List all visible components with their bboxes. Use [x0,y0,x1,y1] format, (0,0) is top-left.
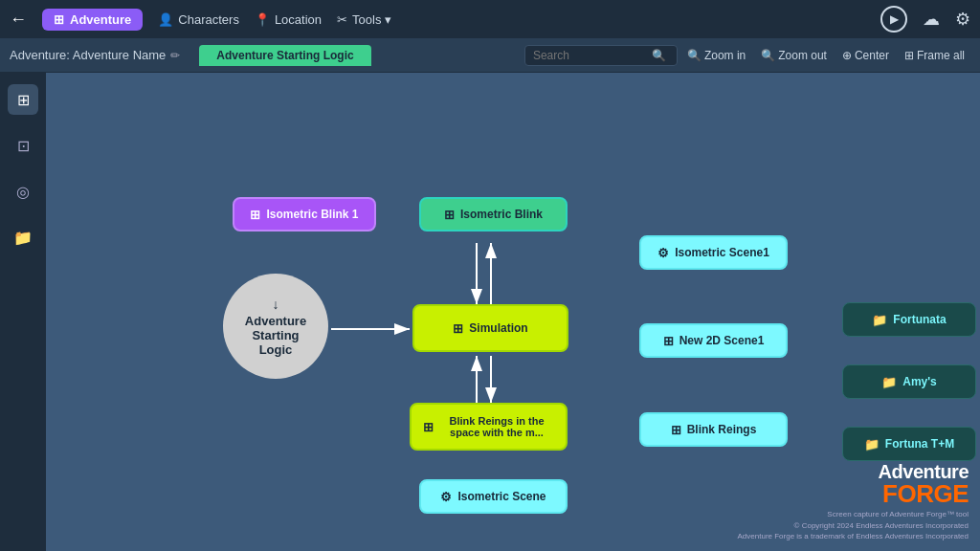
zoom-out-button[interactable]: 🔍 Zoom out [755,46,833,65]
frame-all-label: Frame all [917,49,965,62]
main-area: ⊞ ⊡ ◎ 📁 [0,73,980,551]
isometric-scene-label: Isometric Scene [457,490,546,503]
node-icon: ⊞ [423,420,434,434]
fortuna-tm-node[interactable]: 📁 Fortuna T+M [842,427,976,461]
isometric-blink-label: Isometric Blink [460,208,543,221]
sidebar-icon-scene[interactable]: ⊡ [8,130,38,161]
search-icon: 🔍 [652,49,666,62]
tools-nav[interactable]: ✂ Tools ▾ [337,12,391,27]
fortunata-node[interactable]: 📁 Fortunata [842,302,976,337]
tools-icon: ✂ [337,12,347,27]
node-icon: ⚙ [657,246,669,260]
toolbar-right: 🔍 🔍 Zoom in 🔍 Zoom out ⊕ Center ⊞ Frame … [524,45,970,66]
center-button[interactable]: ⊕ Center [836,46,895,65]
isometric-scene1-node[interactable]: ⚙ Isometric Scene1 [639,235,788,270]
watermark: Adventure FORGE Screen capture of Advent… [738,462,969,541]
node-icon: ⊞ [663,334,674,348]
characters-nav[interactable]: 👤 Characters [158,12,239,27]
watermark-copy2: © Copyright 2024 Endless Adventures Inco… [738,520,969,531]
center-icon: ⊕ [842,49,852,62]
characters-icon: 👤 [158,12,173,27]
new-2d-scene1-node[interactable]: ⊞ New 2D Scene1 [639,323,788,358]
node-icon: ⊞ [250,208,260,222]
starting-logic-tab[interactable]: Adventure Starting Logic [199,45,370,66]
back-button[interactable]: ← [10,10,27,30]
search-input[interactable] [533,49,648,62]
sidebar-icon-folder[interactable]: 📁 [8,222,38,253]
blink-reings-node[interactable]: ⊞ Blink Reings [639,412,788,447]
folder-icon: 📁 [864,437,880,452]
characters-label: Characters [178,12,239,27]
watermark-forge: FORGE [738,481,969,506]
location-label: Location [275,12,322,27]
new-2d-scene1-label: New 2D Scene1 [679,334,765,347]
isometric-blink1-label: Isometric Blink 1 [266,208,358,221]
folder-icon: 📁 [872,313,887,327]
starting-logic-line1: Adventure [245,314,306,328]
sidebar-icon-target[interactable]: ◎ [8,176,38,207]
watermark-adventure: Adventure [738,462,969,481]
amys-label: Amy's [902,375,937,388]
simulation-node[interactable]: ⊞ Simulation [412,304,568,352]
adventure-starting-logic-node[interactable]: ↓ Adventure Starting Logic [223,274,328,379]
edit-icon[interactable]: ✏ [170,49,180,62]
adventure-nav-label: Adventure [70,12,131,27]
isometric-scene-node[interactable]: ⚙ Isometric Scene [419,479,568,514]
watermark-copy1: Screen capture of Adventure Forge™ tool [738,509,969,519]
node-icon: ⊞ [671,423,681,437]
fortunata-label: Fortunata [893,313,946,326]
cloud-icon[interactable]: ☁ [923,9,940,30]
starting-logic-line2: Starting [252,328,299,342]
starting-logic-line3: Logic [259,342,293,357]
left-sidebar: ⊞ ⊡ ◎ 📁 [0,73,46,551]
settings-icon[interactable]: ⚙ [955,9,970,30]
location-icon: 📍 [255,12,270,27]
adventure-title-text: Adventure: Adventure Name [10,48,166,62]
amys-node[interactable]: 📁 Amy's [842,364,976,399]
blink-reings-space-label: Blink Reings in the space with the m... [439,415,554,438]
blink-reings-space-node[interactable]: ⊞ Blink Reings in the space with the m..… [410,403,568,451]
simulation-label: Simulation [469,321,527,335]
frame-all-icon: ⊞ [904,49,914,62]
isometric-blink1-node[interactable]: ⊞ Isometric Blink 1 [233,197,376,231]
zoom-in-button[interactable]: 🔍 Zoom in [681,46,751,65]
adventure-title: Adventure: Adventure Name ✏ [10,48,180,62]
zoom-in-label: Zoom in [704,49,746,62]
node-icon: ⚙ [440,490,452,504]
location-nav[interactable]: 📍 Location [255,12,322,27]
center-label: Center [855,49,889,62]
search-box: 🔍 [524,45,678,66]
isometric-blink-node[interactable]: ⊞ Isometric Blink [419,197,568,231]
second-toolbar: Adventure: Adventure Name ✏ Adventure St… [0,38,980,73]
adventure-nav-icon: ⊞ [54,12,64,27]
zoom-out-label: Zoom out [778,49,827,62]
node-icon: ⊞ [444,208,455,222]
watermark-copy3: Adventure Forge is a trademark of Endles… [738,531,969,541]
adventure-nav-button[interactable]: ⊞ Adventure [42,9,143,31]
top-navigation: ← ⊞ Adventure 👤 Characters 📍 Location ✂ … [0,0,980,38]
blink-reings-label: Blink Reings [687,423,757,436]
play-icon: ▶ [890,12,899,26]
frame-all-button[interactable]: ⊞ Frame all [899,46,970,65]
zoom-in-icon: 🔍 [687,49,702,62]
tools-label: Tools ▾ [352,12,391,27]
canvas[interactable]: ↓ Adventure Starting Logic ⊞ Isometric B… [46,73,980,551]
node-icon: ⊞ [453,321,463,336]
folder-icon: 📁 [881,375,897,389]
zoom-out-icon: 🔍 [761,49,775,62]
fortuna-tm-label: Fortuna T+M [885,437,954,451]
play-button[interactable]: ▶ [880,6,907,33]
sidebar-icon-grid[interactable]: ⊞ [8,84,38,115]
isometric-scene1-label: Isometric Scene1 [675,246,769,259]
